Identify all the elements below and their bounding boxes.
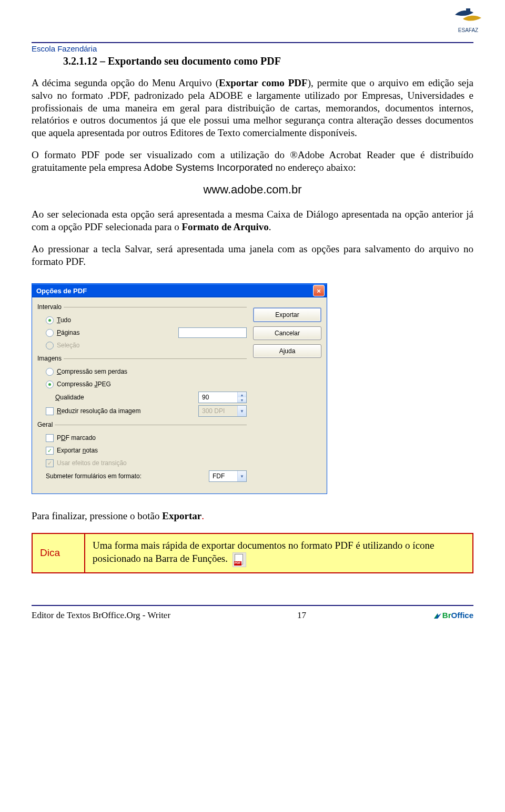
label-pdf-marcado[interactable]: PDF marcado [57,434,96,441]
label-comp-sem-perdas[interactable]: Compressão sem perdas [57,368,127,375]
dica-box: Dica Uma forma mais rápida de exportar d… [32,533,473,573]
radio-comp-jpeg[interactable] [46,381,54,388]
paragraph-3: Ao ser selecionada esta opção será apres… [32,208,473,233]
pdf-options-dialog: Opções de PDF × Intervalo Tudo Páginas [32,283,327,494]
checkbox-pdf-marcado[interactable] [46,434,54,442]
pdf-export-icon [233,552,246,567]
school-name: Escola Fazendária [32,44,473,53]
group-intervalo: Intervalo Tudo Páginas Seleção [37,303,247,352]
radio-paginas[interactable] [46,329,54,337]
label-exportar-notas[interactable]: Exportar notas [57,447,98,454]
footer-rule [32,605,473,606]
cancelar-button[interactable]: Cancelar [253,326,321,340]
label-comp-jpeg[interactable]: Compressão JPEG [57,381,111,388]
dialog-title: Opções de PDF [36,287,87,295]
footer-logo: BrOffice [433,611,473,620]
chevron-down-icon: ▼ [238,397,246,403]
label-paginas[interactable]: Páginas [57,329,79,336]
header-logo: ESAFAZ [452,5,484,33]
header-rule [32,42,473,43]
svg-rect-0 [466,8,470,13]
radio-selecao [46,342,54,350]
dica-text: Uma forma mais rápida de exportar docume… [85,533,473,573]
footer-left: Editor de Textos BrOffice.Org - Writer [32,610,170,621]
radio-tudo[interactable] [46,316,54,324]
paragraph-4: Ao pressionar a tecla Salvar, será apres… [32,243,473,268]
ajuda-button[interactable]: Ajuda [253,344,321,358]
combo-dpi: 300 DPI ▼ [198,405,247,417]
label-submeter: Submeter formulários em formato: [46,472,142,480]
chevron-down-icon: ▼ [237,406,246,416]
close-icon[interactable]: × [313,285,325,296]
section-heading: 3.2.1.12 – Exportando seu documento como… [63,55,473,67]
exportar-button[interactable]: Exportar [253,307,321,322]
checkbox-exportar-notas[interactable] [46,447,54,455]
label-qualidade: Qualidade [55,394,84,401]
group-imagens: Imagens Compressão sem perdas Compressão… [37,355,247,418]
chevron-up-icon: ▲ [238,392,246,397]
label-reduzir[interactable]: Reduzir resolução da imagem [57,407,140,415]
checkbox-usar-efeitos [46,459,54,467]
dica-label: Dica [32,533,85,573]
group-geral: Geral PDF marcado Exportar notas Usar ef… [37,421,247,483]
label-usar-efeitos: Usar efeitos de transição [57,459,127,467]
page-number: 17 [297,610,306,621]
label-tudo[interactable]: Tudo [57,316,71,324]
checkbox-reduzir[interactable] [46,407,54,415]
label-selecao: Seleção [57,342,79,349]
spinner-qualidade[interactable]: 90 ▲▼ [198,392,247,403]
header-logo-text: ESAFAZ [452,27,484,33]
paragraph-1: A décima segunda opção do Menu Arquivo (… [32,77,473,139]
input-paginas[interactable] [178,327,247,338]
paragraph-5: Para finalizar, pressione o botão Export… [32,510,473,522]
radio-comp-sem-perdas[interactable] [46,368,54,376]
paragraph-2: O formato PDF pode ser visualizado com a… [32,149,473,174]
chevron-down-icon: ▼ [237,471,246,481]
adobe-url: www.adobe.com.br [32,183,473,197]
dialog-titlebar[interactable]: Opções de PDF × [32,284,327,297]
combo-submeter[interactable]: FDF ▼ [209,470,247,482]
